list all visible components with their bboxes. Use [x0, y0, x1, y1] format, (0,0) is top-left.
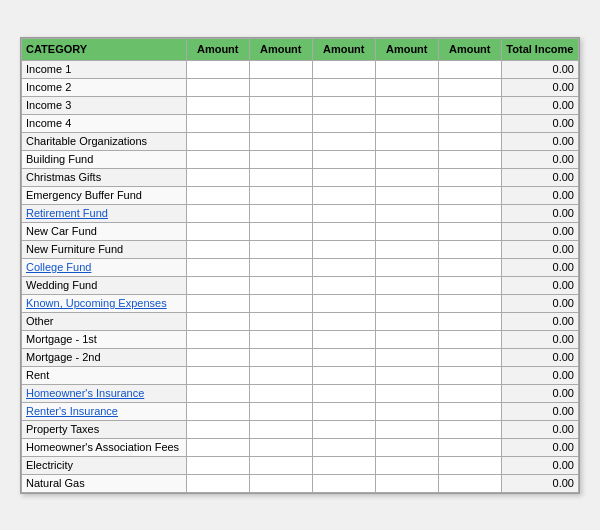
amount-cell[interactable] [375, 186, 438, 204]
amount-cell[interactable] [186, 294, 249, 312]
category-link[interactable]: College Fund [26, 261, 91, 273]
amount-cell[interactable] [375, 456, 438, 474]
amount-cell[interactable] [312, 402, 375, 420]
amount-cell[interactable] [249, 294, 312, 312]
amount-cell[interactable] [312, 168, 375, 186]
amount-cell[interactable] [249, 204, 312, 222]
amount-cell[interactable] [249, 150, 312, 168]
amount-cell[interactable] [312, 258, 375, 276]
amount-cell[interactable] [438, 402, 501, 420]
amount-cell[interactable] [186, 330, 249, 348]
amount-cell[interactable] [312, 474, 375, 492]
amount-cell[interactable] [375, 96, 438, 114]
amount-cell[interactable] [186, 240, 249, 258]
amount-cell[interactable] [375, 438, 438, 456]
amount-cell[interactable] [438, 60, 501, 78]
amount-cell[interactable] [186, 420, 249, 438]
amount-cell[interactable] [438, 78, 501, 96]
amount-cell[interactable] [312, 96, 375, 114]
amount-cell[interactable] [186, 312, 249, 330]
amount-cell[interactable] [375, 402, 438, 420]
amount-cell[interactable] [438, 222, 501, 240]
amount-cell[interactable] [186, 366, 249, 384]
amount-cell[interactable] [375, 474, 438, 492]
category-link[interactable]: Retirement Fund [26, 207, 108, 219]
amount-cell[interactable] [438, 366, 501, 384]
amount-cell[interactable] [249, 240, 312, 258]
amount-cell[interactable] [438, 114, 501, 132]
amount-cell[interactable] [438, 348, 501, 366]
category-link[interactable]: Known, Upcoming Expenses [26, 297, 167, 309]
amount-cell[interactable] [438, 240, 501, 258]
amount-cell[interactable] [312, 60, 375, 78]
amount-cell[interactable] [249, 258, 312, 276]
amount-cell[interactable] [312, 312, 375, 330]
amount-cell[interactable] [438, 168, 501, 186]
amount-cell[interactable] [186, 168, 249, 186]
amount-cell[interactable] [186, 150, 249, 168]
amount-cell[interactable] [186, 204, 249, 222]
amount-cell[interactable] [186, 348, 249, 366]
amount-cell[interactable] [249, 312, 312, 330]
amount-cell[interactable] [438, 312, 501, 330]
amount-cell[interactable] [438, 150, 501, 168]
amount-cell[interactable] [312, 186, 375, 204]
amount-cell[interactable] [312, 222, 375, 240]
amount-cell[interactable] [375, 276, 438, 294]
amount-cell[interactable] [312, 456, 375, 474]
amount-cell[interactable] [249, 330, 312, 348]
amount-cell[interactable] [312, 150, 375, 168]
amount-cell[interactable] [312, 384, 375, 402]
amount-cell[interactable] [375, 420, 438, 438]
amount-cell[interactable] [312, 276, 375, 294]
amount-cell[interactable] [312, 204, 375, 222]
amount-cell[interactable] [249, 78, 312, 96]
amount-cell[interactable] [249, 348, 312, 366]
category-link[interactable]: Homeowner's Insurance [26, 387, 144, 399]
amount-cell[interactable] [312, 240, 375, 258]
amount-cell[interactable] [186, 186, 249, 204]
amount-cell[interactable] [375, 330, 438, 348]
amount-cell[interactable] [249, 384, 312, 402]
amount-cell[interactable] [249, 438, 312, 456]
amount-cell[interactable] [249, 168, 312, 186]
amount-cell[interactable] [186, 60, 249, 78]
amount-cell[interactable] [249, 132, 312, 150]
amount-cell[interactable] [438, 186, 501, 204]
amount-cell[interactable] [186, 132, 249, 150]
amount-cell[interactable] [312, 420, 375, 438]
amount-cell[interactable] [375, 240, 438, 258]
amount-cell[interactable] [438, 276, 501, 294]
amount-cell[interactable] [312, 78, 375, 96]
amount-cell[interactable] [438, 420, 501, 438]
amount-cell[interactable] [375, 168, 438, 186]
amount-cell[interactable] [249, 420, 312, 438]
amount-cell[interactable] [312, 294, 375, 312]
amount-cell[interactable] [438, 456, 501, 474]
amount-cell[interactable] [249, 222, 312, 240]
amount-cell[interactable] [375, 222, 438, 240]
amount-cell[interactable] [249, 60, 312, 78]
amount-cell[interactable] [312, 330, 375, 348]
amount-cell[interactable] [375, 78, 438, 96]
amount-cell[interactable] [438, 258, 501, 276]
amount-cell[interactable] [312, 132, 375, 150]
amount-cell[interactable] [375, 348, 438, 366]
amount-cell[interactable] [312, 348, 375, 366]
amount-cell[interactable] [186, 438, 249, 456]
amount-cell[interactable] [438, 438, 501, 456]
amount-cell[interactable] [186, 384, 249, 402]
amount-cell[interactable] [375, 384, 438, 402]
amount-cell[interactable] [438, 330, 501, 348]
amount-cell[interactable] [186, 114, 249, 132]
amount-cell[interactable] [186, 78, 249, 96]
amount-cell[interactable] [438, 294, 501, 312]
amount-cell[interactable] [375, 366, 438, 384]
amount-cell[interactable] [312, 438, 375, 456]
amount-cell[interactable] [312, 114, 375, 132]
amount-cell[interactable] [438, 384, 501, 402]
amount-cell[interactable] [249, 366, 312, 384]
amount-cell[interactable] [438, 204, 501, 222]
amount-cell[interactable] [375, 204, 438, 222]
amount-cell[interactable] [375, 114, 438, 132]
